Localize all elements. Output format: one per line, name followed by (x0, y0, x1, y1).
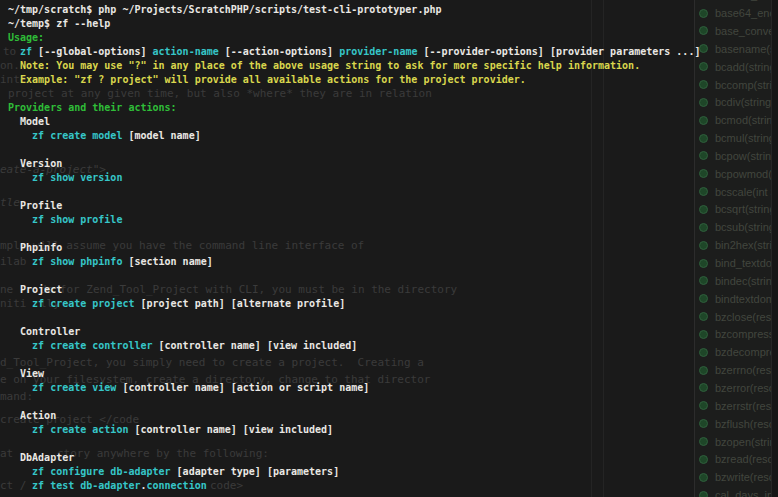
scrollbar-track[interactable] (771, 0, 778, 497)
function-icon (699, 169, 708, 178)
function-label: basename(st (715, 43, 778, 55)
function-icon (699, 366, 708, 375)
list-item[interactable]: bcsqrt(string (695, 200, 778, 218)
function-label: bcmod(string (715, 114, 778, 126)
function-label: bcadd(string (715, 61, 776, 73)
function-icon (699, 187, 708, 196)
list-item[interactable]: bcdiv(string (695, 93, 778, 111)
function-label: bzopen(strin (715, 436, 776, 448)
ghost-text-fragment: on. (0, 59, 20, 72)
function-label: bzdecompre (715, 346, 776, 358)
list-item[interactable]: bzerrno(reso (695, 361, 778, 379)
ghost-text-fragment: niti (0, 297, 27, 310)
function-icon (699, 276, 708, 285)
list-item[interactable]: bcadd(string (695, 58, 778, 76)
list-item[interactable]: bzwrite(reso (695, 468, 778, 486)
list-item[interactable]: bzread(reso (695, 450, 778, 468)
function-label: bccomp(strin (715, 79, 778, 91)
terminal-over-ide-window: toon.inteproject at any given time, but … (0, 0, 778, 497)
function-icon (699, 205, 708, 214)
function-icon (699, 330, 708, 339)
list-item[interactable]: bindtextdom (695, 290, 778, 308)
list-item[interactable]: bzdecompre (695, 343, 778, 361)
list-item[interactable]: basename(st (695, 40, 778, 58)
list-item[interactable]: bccomp(strin (695, 76, 778, 94)
function-icon (699, 26, 708, 35)
function-label: bzclose(reso (715, 311, 777, 323)
function-label: bindec(string (715, 275, 778, 287)
function-icon (699, 419, 708, 428)
ghost-text-fragment: to (3, 45, 16, 58)
function-label: bzflush(reso (715, 418, 775, 430)
function-icon (699, 134, 708, 143)
function-label: bcdiv(string (715, 96, 771, 108)
function-label: bcpow(string (715, 150, 777, 162)
ghost-text-fragment: inte (0, 73, 27, 86)
list-item[interactable]: bcmod(string (695, 111, 778, 129)
function-icon (699, 80, 708, 89)
function-list-panel: base64_decode(stringbase64_encobase_conv… (694, 0, 778, 497)
list-item[interactable]: bzclose(reso (695, 308, 778, 326)
list-item[interactable]: bin2hex(strin (695, 236, 778, 254)
function-icon (699, 223, 708, 232)
ghost-text-fragment: mand: (0, 390, 33, 403)
function-label: bzerror(reso (715, 382, 775, 394)
function-label: bind_textdo (715, 257, 772, 269)
function-icon (699, 348, 708, 357)
function-label: bcscale(int $ (715, 186, 777, 198)
function-icon (699, 116, 708, 125)
list-item[interactable]: bcsub(string (695, 218, 778, 236)
list-item[interactable]: bzerror(reso (695, 379, 778, 397)
function-label: bzerrstr(reso (715, 400, 777, 412)
list-item[interactable]: bcmul(string (695, 129, 778, 147)
function-label: base64_enco (715, 7, 778, 19)
function-label: bzcompress (715, 328, 774, 340)
function-icon (699, 294, 708, 303)
list-item[interactable]: bzcompress (695, 325, 778, 343)
function-label: bcsub(string (715, 221, 775, 233)
function-label: base_conver (715, 25, 778, 37)
function-icon (699, 401, 708, 410)
function-icon (699, 312, 708, 321)
list-item[interactable]: base_conver (695, 22, 778, 40)
function-label: bzread(reso (715, 453, 774, 465)
ghost-text-fragment: create project </code (0, 413, 139, 426)
list-item[interactable]: bcscale(int $ (695, 183, 778, 201)
list-item[interactable]: bcpow(string (695, 147, 778, 165)
function-label: bzerrno(reso (715, 364, 777, 376)
function-icon (699, 98, 708, 107)
function-icon (699, 44, 708, 53)
function-icon (699, 62, 708, 71)
ghost-text-fragment: ne (0, 283, 13, 296)
function-label: bindtextdom (715, 293, 775, 305)
ghost-text-fragment: ctory anywhere by the following: (57, 447, 269, 460)
function-icon (699, 383, 708, 392)
function-label: bcmul(string (715, 132, 775, 144)
function-label: bcpowmod(s (715, 168, 777, 180)
list-item[interactable]: base64_enco (695, 4, 778, 22)
function-icon (699, 259, 708, 268)
list-item[interactable]: bzflush(reso (695, 415, 778, 433)
ghost-text-fragment: d_Tool_Project, you simply need to creat… (0, 356, 424, 369)
ghost-text-fragment: mple will assume you have the command li… (0, 239, 364, 252)
function-label: bin2hex(strin (715, 239, 778, 251)
list-item[interactable]: bind_textdo (695, 254, 778, 272)
function-label: cal_days_in (715, 489, 773, 497)
ghost-text-fragment: ds for Zend_Tool_Project with CLI, you m… (40, 283, 457, 296)
list-item[interactable]: bindec(string (695, 272, 778, 290)
function-label: base64_decode(string (715, 0, 778, 1)
list-item[interactable]: bzerrstr(reso (695, 397, 778, 415)
function-icon (699, 437, 708, 446)
function-icon (699, 9, 708, 18)
ghost-text-fragment: code> (210, 479, 243, 492)
function-icon (699, 455, 708, 464)
list-item[interactable]: cal_days_in (695, 486, 778, 497)
ghost-text-fragment: tle (0, 196, 20, 209)
list-item[interactable]: bcpowmod(s (695, 165, 778, 183)
ghost-text-fragment: ct / (0, 479, 27, 492)
ghost-text-fragment: eate-a-project"> (0, 163, 106, 176)
function-icon (699, 151, 708, 160)
list-item[interactable]: bzopen(strin (695, 433, 778, 451)
ghost-text-fragment: project at any given time, but also *whe… (8, 87, 432, 100)
function-label: bzwrite(reso (715, 471, 775, 483)
